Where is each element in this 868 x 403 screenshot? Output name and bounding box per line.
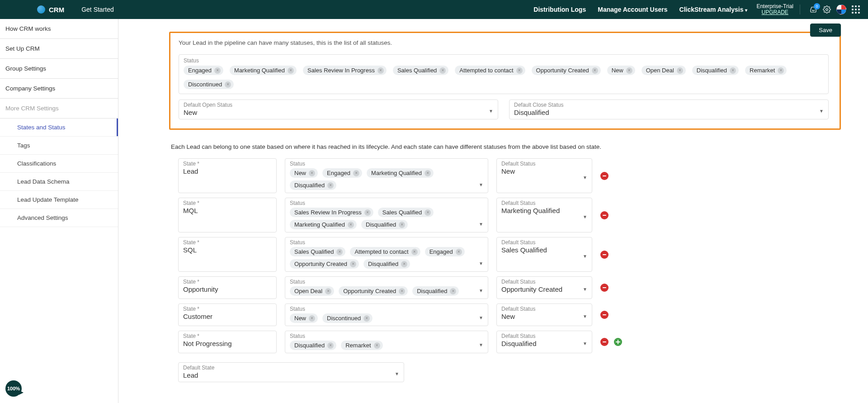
apps-grid-icon[interactable] <box>852 5 860 14</box>
state-input[interactable]: State *MQL <box>178 198 277 232</box>
default-status-select[interactable]: Default StatusNew▼ <box>496 303 592 326</box>
nav-distribution-logs[interactable]: Distribution Logs <box>533 6 586 13</box>
sidebar-item-more[interactable]: More CRM Settings <box>0 99 118 119</box>
chip-remove-icon[interactable]: × <box>626 67 632 74</box>
chip-remove-icon[interactable]: × <box>439 67 446 74</box>
remove-row-button[interactable] <box>600 338 609 346</box>
chip-remove-icon[interactable]: × <box>327 182 334 189</box>
status-chip[interactable]: Remarket× <box>341 341 382 350</box>
status-chip[interactable]: Opportunity Created× <box>532 66 601 75</box>
status-chip[interactable]: Remarket× <box>745 66 787 75</box>
chip-remove-icon[interactable]: × <box>225 81 231 88</box>
default-status-select[interactable]: Default StatusOpportunity Created▼ <box>496 276 592 299</box>
status-chip[interactable]: Open Deal× <box>642 66 686 75</box>
status-chip[interactable]: New× <box>290 168 318 178</box>
status-chip[interactable]: Sales Qualified× <box>290 247 345 256</box>
remove-row-button[interactable] <box>600 172 609 180</box>
state-input[interactable]: State *Opportunity <box>178 276 277 299</box>
sidebar-item-how-crm-works[interactable]: How CRM works <box>0 19 118 39</box>
status-chip[interactable]: Opportunity Created× <box>339 286 408 296</box>
upgrade-link[interactable]: UPGRADE <box>756 9 793 15</box>
inbox-icon[interactable]: 0 <box>809 5 817 14</box>
state-input[interactable]: State *Customer <box>178 303 277 326</box>
gear-icon[interactable] <box>823 5 831 14</box>
remove-row-button[interactable] <box>600 211 609 219</box>
remove-row-button[interactable] <box>600 311 609 319</box>
state-input[interactable]: State *SQL <box>178 237 277 272</box>
status-chip[interactable]: Sales Review In Progress× <box>290 208 373 217</box>
status-chip[interactable]: Marketing Qualified× <box>367 168 434 178</box>
status-chip[interactable]: New× <box>290 313 318 323</box>
status-multiselect[interactable]: StatusDisqualified×Remarket×▼ <box>285 331 488 353</box>
status-multiselect[interactable]: StatusSales Review In Progress×Sales Qua… <box>285 198 488 232</box>
chip-remove-icon[interactable]: × <box>353 170 359 176</box>
status-chip[interactable]: Attempted to contact× <box>455 66 525 75</box>
sidebar-item-company-settings[interactable]: Company Settings <box>0 79 118 99</box>
status-chip[interactable]: Sales Qualified× <box>378 208 434 217</box>
status-chip[interactable]: Disqualified× <box>361 220 408 229</box>
status-chip[interactable]: New× <box>607 66 635 75</box>
status-chip[interactable]: Disqualified× <box>412 286 459 296</box>
nav-clickstream[interactable]: ClickStream Analysis▾ <box>679 6 748 13</box>
remove-row-button[interactable] <box>600 284 609 292</box>
avatar-sphere-icon[interactable] <box>836 5 846 14</box>
default-status-select[interactable]: Default StatusSales Qualified▼ <box>496 237 592 272</box>
chip-remove-icon[interactable]: × <box>374 342 380 349</box>
chip-remove-icon[interactable]: × <box>214 67 221 74</box>
status-chip[interactable]: Disqualified× <box>290 180 336 190</box>
status-multiselect[interactable]: StatusOpen Deal×Opportunity Created×Disq… <box>285 276 488 299</box>
status-chip[interactable]: Discontinued× <box>184 80 234 89</box>
progress-bubble[interactable]: 100% <box>5 380 22 397</box>
all-statuses-chips[interactable]: Engaged×Marketing Qualified×Sales Review… <box>184 66 824 89</box>
sidebar-sub-states-status[interactable]: States and Status <box>0 119 118 137</box>
chip-remove-icon[interactable]: × <box>425 170 431 176</box>
chip-remove-icon[interactable]: × <box>364 209 371 216</box>
add-row-button[interactable] <box>614 338 622 346</box>
state-input[interactable]: State *Not Progressing <box>178 331 277 353</box>
status-chip[interactable]: Opportunity Created× <box>290 259 359 269</box>
chip-remove-icon[interactable]: × <box>592 67 598 74</box>
chip-remove-icon[interactable]: × <box>677 67 683 74</box>
chip-remove-icon[interactable]: × <box>450 288 456 294</box>
chip-remove-icon[interactable]: × <box>325 288 331 294</box>
status-chip[interactable]: Engaged× <box>322 168 362 178</box>
status-multiselect[interactable]: StatusSales Qualified×Attempted to conta… <box>285 237 488 272</box>
chip-remove-icon[interactable]: × <box>288 67 294 74</box>
remove-row-button[interactable] <box>600 251 609 259</box>
sidebar-sub-lead-data-schema[interactable]: Lead Data Schema <box>0 173 118 191</box>
status-chip[interactable]: Disqualified× <box>290 341 336 350</box>
chip-remove-icon[interactable]: × <box>348 222 354 228</box>
sidebar-item-setup[interactable]: Set Up CRM <box>0 39 118 59</box>
chip-remove-icon[interactable]: × <box>399 288 405 294</box>
default-open-status-select[interactable]: Default Open Status New ▼ <box>179 100 498 119</box>
chip-remove-icon[interactable]: × <box>377 67 384 74</box>
status-multiselect[interactable]: StatusNew×Engaged×Marketing Qualified×Di… <box>285 158 488 193</box>
chip-remove-icon[interactable]: × <box>327 342 334 349</box>
chip-remove-icon[interactable]: × <box>425 209 431 216</box>
status-chip[interactable]: Discontinued× <box>322 313 373 323</box>
chip-remove-icon[interactable]: × <box>730 67 736 74</box>
status-chip[interactable]: Marketing Qualified× <box>290 220 357 229</box>
status-multiselect[interactable]: StatusNew×Discontinued×▼ <box>285 303 488 326</box>
chip-remove-icon[interactable]: × <box>401 261 407 267</box>
default-status-select[interactable]: Default StatusDisqualified▼ <box>496 331 592 353</box>
chip-remove-icon[interactable]: × <box>516 67 523 74</box>
get-started-link[interactable]: Get Started <box>81 6 114 13</box>
status-chip[interactable]: Marketing Qualified× <box>230 66 297 75</box>
nav-manage-account-users[interactable]: Manage Account Users <box>598 6 667 13</box>
default-close-status-select[interactable]: Default Close Status Disqualified ▼ <box>509 100 829 119</box>
sidebar-sub-tags[interactable]: Tags <box>0 137 118 155</box>
status-chip[interactable]: Engaged× <box>184 66 223 75</box>
sidebar-item-group-settings[interactable]: Group Settings <box>0 59 118 79</box>
status-chip[interactable]: Attempted to contact× <box>350 247 420 256</box>
status-chip[interactable]: Sales Qualified× <box>393 66 448 75</box>
chip-remove-icon[interactable]: × <box>363 315 370 322</box>
chip-remove-icon[interactable]: × <box>309 315 315 322</box>
chip-remove-icon[interactable]: × <box>336 249 343 255</box>
chip-remove-icon[interactable]: × <box>411 249 418 255</box>
status-chip[interactable]: Disqualified× <box>692 66 739 75</box>
status-chip[interactable]: Engaged× <box>425 247 465 256</box>
sidebar-sub-lead-update-template[interactable]: Lead Update Template <box>0 191 118 209</box>
default-status-select[interactable]: Default StatusNew▼ <box>496 158 592 193</box>
default-status-select[interactable]: Default StatusMarketing Qualified▼ <box>496 198 592 232</box>
